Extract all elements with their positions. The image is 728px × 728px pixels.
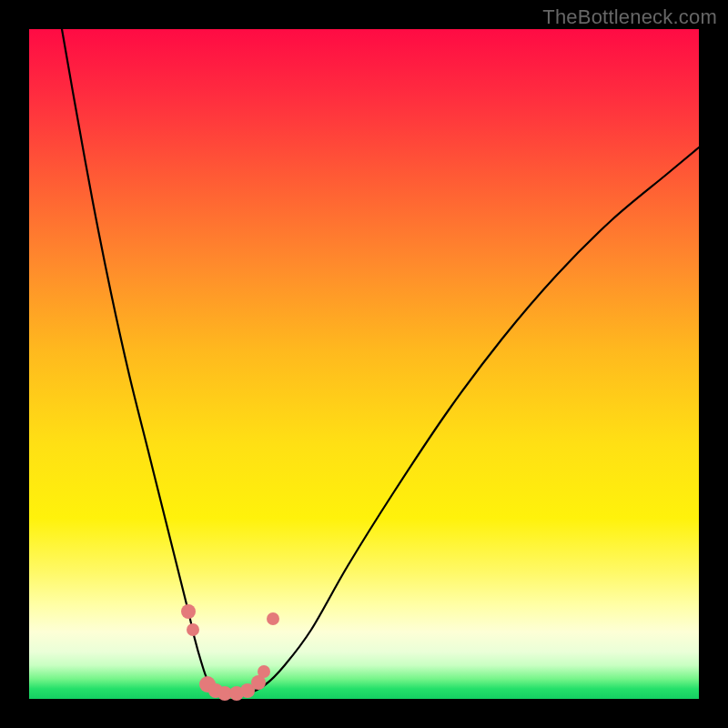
chart-frame: TheBottleneck.com: [0, 0, 728, 728]
bottleneck-curve-path: [62, 29, 699, 694]
data-markers: [181, 604, 279, 701]
data-marker: [181, 604, 196, 619]
plot-area: [29, 29, 699, 699]
bottleneck-curve-svg: [29, 29, 699, 699]
data-marker: [267, 612, 279, 625]
data-marker: [187, 623, 199, 636]
watermark-text: TheBottleneck.com: [542, 5, 717, 29]
data-marker: [258, 665, 270, 678]
